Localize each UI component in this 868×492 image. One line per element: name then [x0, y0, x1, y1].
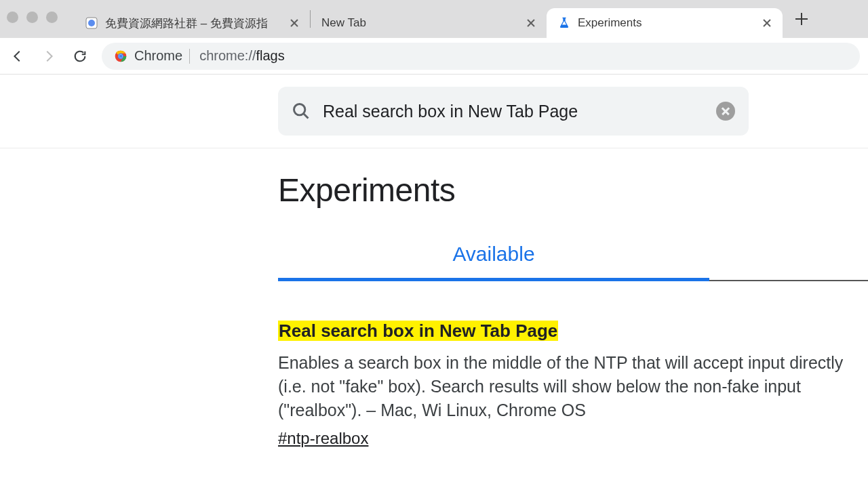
svg-point-6 — [294, 104, 305, 115]
close-icon[interactable] — [761, 17, 773, 29]
flag-item: Real search box in New Tab Page Enables … — [278, 321, 868, 448]
close-icon[interactable] — [525, 17, 537, 29]
new-tab-button[interactable] — [792, 9, 811, 28]
traffic-light-close[interactable] — [7, 12, 18, 23]
flask-icon — [557, 16, 571, 30]
window-titlebar: 免費資源網路社群 – 免費資源指 New Tab Experiments — [0, 0, 868, 38]
tab-title: New Tab — [321, 16, 519, 30]
page-title: Experiments — [278, 171, 868, 209]
flags-search-box[interactable] — [278, 87, 749, 136]
site-chip: Chrome — [114, 48, 190, 64]
svg-point-1 — [88, 20, 95, 26]
url-scheme: chrome:// — [199, 48, 256, 63]
traffic-light-zoom[interactable] — [46, 12, 58, 23]
url-path: flags — [256, 48, 285, 63]
traffic-lights — [7, 12, 58, 23]
chip-separator — [189, 49, 190, 64]
clear-search-icon[interactable] — [716, 102, 735, 121]
search-icon — [292, 102, 311, 121]
flag-id-link[interactable]: #ntp-realbox — [278, 429, 368, 448]
url: chrome://flags — [199, 48, 285, 64]
search-row — [0, 75, 868, 148]
flags-search-input[interactable] — [323, 102, 704, 121]
chrome-icon — [114, 49, 127, 63]
favicon-generic-icon — [85, 16, 98, 30]
tab-3-active[interactable]: Experiments — [547, 8, 783, 38]
flag-description: Enables a search box in the middle of th… — [278, 351, 868, 422]
tab-2[interactable]: New Tab — [311, 8, 547, 38]
tab-strip: 免費資源網路社群 – 免費資源指 New Tab Experiments — [74, 0, 811, 38]
svg-point-5 — [119, 54, 123, 58]
experiment-tabs: Available — [278, 243, 868, 281]
tab-title: 免費資源網路社群 – 免費資源指 — [105, 16, 283, 31]
browser-toolbar: Chrome chrome://flags — [0, 38, 868, 75]
tab-1[interactable]: 免費資源網路社群 – 免費資源指 — [74, 8, 310, 38]
reload-button[interactable] — [71, 47, 90, 66]
experiments-content: Experiments Available Real search box in… — [278, 148, 868, 448]
page-content: Experiments Available Real search box in… — [0, 75, 868, 492]
site-chip-label: Chrome — [134, 48, 182, 64]
omnibox[interactable]: Chrome chrome://flags — [102, 43, 860, 70]
close-icon[interactable] — [288, 17, 300, 29]
flag-title: Real search box in New Tab Page — [278, 321, 558, 341]
tab-title: Experiments — [578, 16, 755, 30]
traffic-light-minimize[interactable] — [26, 12, 38, 23]
forward-button[interactable] — [39, 47, 58, 66]
tab-available[interactable]: Available — [278, 243, 709, 281]
back-button[interactable] — [8, 47, 27, 66]
